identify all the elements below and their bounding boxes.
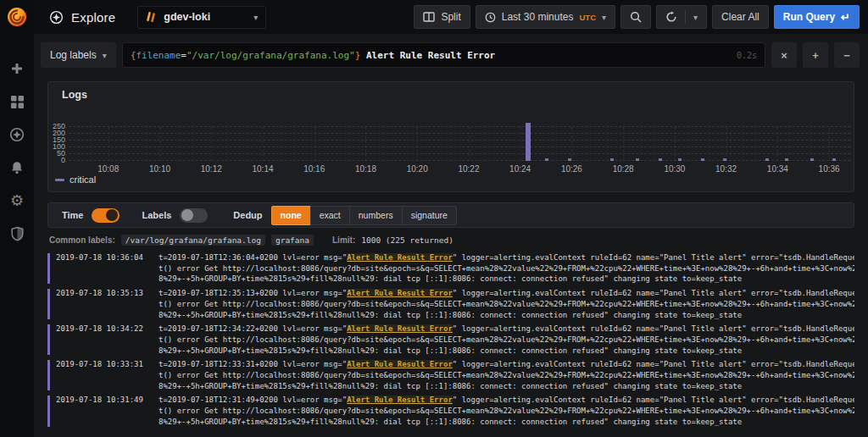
histogram-bar <box>526 123 531 161</box>
log-line: t() error Get http://localhost:8086/quer… <box>159 370 854 381</box>
y-gridline <box>69 126 850 127</box>
add-query-button[interactable]: + <box>803 42 828 68</box>
time-toggle-label: Time <box>62 210 83 220</box>
x-tick-label: 10:08 <box>97 164 119 174</box>
dashboards-icon <box>10 95 25 109</box>
toggle-knob <box>106 209 118 221</box>
y-gridline <box>69 147 850 147</box>
log-row[interactable]: 2019-07-18 10:33:31t=2019-07-18T12:33:31… <box>47 357 854 393</box>
datasource-picker[interactable]: gdev-loki ▾ <box>137 6 266 29</box>
log-text: " logger=alerting.evalContext ruleId=62 … <box>453 289 854 297</box>
grafana-logo-icon <box>6 6 28 28</box>
y-tick-label: 150 <box>53 136 65 144</box>
sidebar-item-create[interactable] <box>8 59 26 78</box>
run-query-button[interactable]: Run Query ↵ <box>774 5 860 29</box>
x-gridline <box>469 127 470 161</box>
sidebar-item-configuration[interactable]: ⚙ <box>8 191 26 210</box>
time-toggle[interactable] <box>92 208 120 223</box>
log-row[interactable]: 2019-07-18 10:34:22t=2019-07-18T12:34:22… <box>47 322 854 357</box>
chevron-down-icon: ▾ <box>602 13 606 22</box>
log-line: t=2019-07-18T12:35:13+0200 lvl=eror msg=… <box>159 288 854 299</box>
log-row[interactable]: 2019-07-18 10:35:13t=2019-07-18T12:35:13… <box>47 286 854 322</box>
query-brace-open: { <box>131 50 136 61</box>
common-label-chip: /var/log/grafana/grafana.log <box>121 235 265 246</box>
grafana-logo[interactable] <box>0 0 34 34</box>
refresh-button[interactable]: ▾ <box>656 5 707 29</box>
split-label: Split <box>441 11 460 23</box>
x-gridline <box>777 127 778 161</box>
labels-toggle[interactable] <box>180 208 208 223</box>
logs-meta-row: Common labels: /var/log/grafana/grafana.… <box>47 235 854 246</box>
time-range-picker[interactable]: Last 30 minutes UTC ▾ <box>476 5 615 29</box>
log-text: " logger=alerting.evalContext ruleId=62 … <box>453 396 854 404</box>
explore-compass-icon <box>9 127 25 142</box>
histogram-bar <box>636 158 639 161</box>
x-tick-label: 10:14 <box>253 164 274 174</box>
log-line: t=2019-07-18T12:36:04+0200 lvl=eror msg=… <box>159 252 854 263</box>
y-gridline <box>69 153 850 154</box>
log-line: 8%29+-+5h+GROUP+BY+time%2815s%29+fill%28… <box>159 417 854 428</box>
log-line: 8%29+-+5h+GROUP+BY+time%2815s%29+fill%28… <box>159 310 854 321</box>
log-message: t=2019-07-18T12:31:49+0200 lvl=eror msg=… <box>159 395 854 427</box>
x-gridline <box>211 127 212 161</box>
y-tick-label: 200 <box>53 130 65 137</box>
query-input[interactable]: {filename="/var/log/grafana/grafana.log"… <box>122 42 765 68</box>
log-timestamp: 2019-07-18 10:36:04 <box>50 252 150 285</box>
histogram-bar <box>723 158 726 161</box>
return-key-icon: ↵ <box>841 11 850 24</box>
y-tick-label: 250 <box>53 123 65 130</box>
log-row[interactable]: 2019-07-18 10:36:04t=2019-07-18T12:36:04… <box>47 251 854 286</box>
legend-item-critical[interactable]: critical <box>55 174 96 185</box>
log-text: " logger=alerting.evalContext ruleId=62 … <box>453 360 854 368</box>
log-line: 8%29+-+5h+GROUP+BY+time%2815s%29+fill%28… <box>159 274 854 285</box>
dedup-option-signature[interactable]: signature <box>402 206 457 225</box>
log-text: " logger=alerting.evalContext ruleId=62 … <box>453 324 854 333</box>
x-tick-label: 10:36 <box>819 164 840 174</box>
log-line: t=2019-07-18T12:31:49+0200 lvl=eror msg=… <box>159 395 854 406</box>
collapse-query-button[interactable]: − <box>834 42 860 68</box>
clear-all-button[interactable]: Clear All <box>712 5 769 29</box>
x-tick-label: 10:24 <box>509 164 531 174</box>
dedup-options: noneexactnumberssignature <box>271 206 457 225</box>
log-row[interactable]: 2019-07-18 10:31:49t=2019-07-18T12:31:49… <box>47 393 854 429</box>
dedup-option-numbers[interactable]: numbers <box>349 206 403 225</box>
legend-label: critical <box>70 174 96 185</box>
page-header: Explore <box>49 10 115 25</box>
common-labels-label: Common labels: <box>49 235 115 245</box>
sidebar-item-alerting[interactable] <box>8 158 26 177</box>
log-line: t() error Get http://localhost:8086/quer… <box>159 335 854 346</box>
dedup-option-exact[interactable]: exact <box>310 206 350 225</box>
log-line: 8%29+-+5h+GROUP+BY+time%2815s%29+fill%28… <box>159 381 854 392</box>
bell-icon <box>9 160 25 175</box>
x-tick-label: 10:26 <box>561 164 582 174</box>
datasource-name: gdev-loki <box>164 11 247 23</box>
labels-toggle-label: Labels <box>142 210 171 220</box>
log-labels-button[interactable]: Log labels ▾ <box>41 42 116 68</box>
x-gridline <box>365 127 366 161</box>
chevron-down-icon: ▾ <box>253 13 258 22</box>
dedup-option-none[interactable]: none <box>271 206 311 225</box>
panel-title[interactable]: Logs <box>62 89 87 101</box>
common-label-chip: grafana <box>271 235 314 246</box>
sidebar-item-server-admin[interactable] <box>8 224 26 243</box>
sidebar-item-explore[interactable] <box>8 125 26 144</box>
zoom-out-button[interactable] <box>620 5 651 29</box>
chevron-down-icon: ▾ <box>693 13 698 22</box>
log-line: t() error Get http://localhost:8086/quer… <box>159 299 854 310</box>
log-message: t=2019-07-18T12:35:13+0200 lvl=eror msg=… <box>159 288 854 320</box>
x-gridline <box>263 127 264 161</box>
remove-query-button[interactable]: × <box>771 42 797 68</box>
x-gridline <box>108 127 109 161</box>
log-text: t=2019-07-18T12:31:49+0200 lvl=eror msg=… <box>159 396 347 404</box>
log-line: t() error Get http://localhost:8086/quer… <box>159 406 854 417</box>
plus-icon <box>10 62 24 75</box>
log-message: t=2019-07-18T12:36:04+0200 lvl=eror msg=… <box>159 252 854 285</box>
split-button[interactable]: Split <box>414 5 470 29</box>
x-tick-label: 10:34 <box>767 164 788 174</box>
timezone-badge: UTC <box>579 13 596 22</box>
chevron-down-icon: ▾ <box>103 51 107 60</box>
sidebar-item-dashboards[interactable] <box>8 92 26 111</box>
x-tick-label: 10:28 <box>613 164 634 174</box>
clear-all-label: Clear All <box>721 11 760 23</box>
page-title: Explore <box>71 10 115 25</box>
